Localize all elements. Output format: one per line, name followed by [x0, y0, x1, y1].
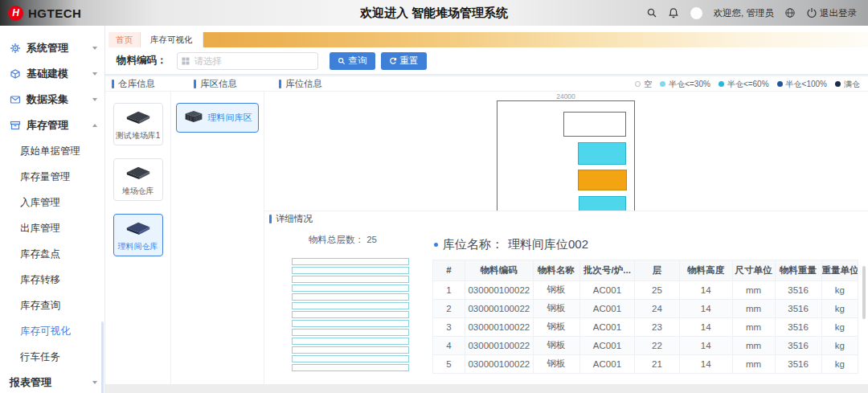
table-cell: 5: [433, 354, 465, 373]
table-col-header: 尺寸单位: [732, 260, 775, 280]
sidebar-item-系统管理[interactable]: 系统管理: [0, 35, 104, 61]
fill-level-legend: 空半仓<=30%半仓<=60%半仓<100%满仓: [635, 76, 860, 92]
table-cell: 3516: [775, 336, 821, 354]
table-cell: 24: [635, 299, 679, 317]
table-cell: 2: [433, 299, 465, 317]
sidebar-scrollbar[interactable]: [101, 321, 104, 393]
sidebar-item-数据采集[interactable]: 数据采集: [0, 87, 104, 113]
table-row[interactable]: 1030000100022钢板AC0012514mm3516kg: [433, 280, 858, 299]
legend-label: 半仓<=60%: [727, 79, 769, 90]
warehouse-name: 理料间仓库: [118, 241, 158, 252]
sidebar-item-入库管理[interactable]: 入库管理: [0, 190, 104, 215]
sidebar-item-出库管理[interactable]: 出库管理: [0, 215, 104, 241]
sidebar: 系统管理基础建模数据采集库存管理原始单据管理库存量管理入库管理出库管理库存盘点库…: [0, 26, 105, 393]
layer-row: [292, 338, 409, 345]
chevron-down-icon: [92, 47, 97, 50]
search-icon[interactable]: [646, 7, 657, 18]
layer-row: [292, 329, 409, 336]
sidebar-item-label: 库存管理: [27, 118, 68, 133]
table-scrollbar[interactable]: [862, 266, 866, 319]
slab-icon: [124, 108, 153, 128]
warehouse-card-堆场仓库[interactable]: 堆场仓库: [113, 158, 163, 201]
layer-row: [292, 311, 409, 318]
warehouse-card-测试堆场库1[interactable]: 测试堆场库1: [113, 103, 163, 145]
sidebar-item-label: 原始单据管理: [20, 145, 80, 158]
horizontal-scrollbar[interactable]: [105, 384, 868, 393]
sidebar-item-库存可视化[interactable]: 库存可视化: [0, 318, 104, 344]
logout-button[interactable]: 退出登录: [806, 7, 857, 19]
sidebar-item-label: 库存查询: [20, 299, 60, 313]
table-row[interactable]: 5030000100022钢板AC0012114mm3516kg: [433, 354, 858, 373]
table-cell: AC001: [579, 280, 635, 299]
sidebar-item-库存转移[interactable]: 库存转移: [0, 267, 104, 293]
total-layers: 物料总层数： 25: [264, 234, 421, 246]
table-cell: mm: [732, 280, 775, 299]
reset-button[interactable]: 重置: [381, 52, 427, 70]
storage-slot-cyan[interactable]: [579, 196, 626, 211]
table-cell: 1: [433, 280, 465, 299]
location-name-value: 理料间库位002: [508, 237, 588, 252]
area-list: 理料间库区: [171, 92, 264, 384]
chevron-up-icon: [92, 124, 97, 127]
table-cell: 030000100022: [465, 336, 533, 354]
table-cell: AC001: [579, 299, 635, 317]
table-cell: AC001: [579, 354, 635, 373]
table-row[interactable]: 2030000100022钢板AC0012414mm3516kg: [433, 299, 858, 317]
box-icon: [10, 120, 21, 131]
tab-首页[interactable]: 首页: [108, 32, 141, 47]
material-code-label: 物料编码：: [117, 54, 167, 68]
tab-bar: 首页库存可视化: [105, 32, 868, 47]
table-cell: 3516: [775, 299, 821, 317]
warehouse-card-理料间仓库[interactable]: 理料间仓库: [113, 214, 163, 256]
sidebar-item-库存查询[interactable]: 库存查询: [0, 293, 104, 318]
table-cell: 14: [679, 317, 732, 336]
sidebar-item-行车任务[interactable]: 行车任务: [0, 344, 104, 370]
sidebar-item-库存盘点[interactable]: 库存盘点: [0, 241, 104, 267]
sidebar-item-基础建模[interactable]: 基础建模: [0, 61, 104, 87]
material-code-input[interactable]: [177, 52, 318, 70]
grid-icon: [182, 57, 190, 65]
sidebar-item-报表管理[interactable]: 报表管理: [0, 370, 104, 393]
table-cell: 3516: [775, 354, 821, 373]
storage-slot-empty[interactable]: [563, 112, 626, 137]
table-row[interactable]: 4030000100022钢板AC0012214mm3516kg: [433, 336, 858, 354]
layer-row: [292, 355, 409, 362]
sidebar-item-label: 库存盘点: [20, 248, 60, 261]
sidebar-item-原始单据管理[interactable]: 原始单据管理: [0, 138, 104, 164]
refresh-icon: [389, 57, 397, 65]
user-avatar[interactable]: [690, 6, 703, 20]
table-col-header: 物料重量: [775, 260, 821, 280]
area-card-理料间库区[interactable]: 理料间库区: [176, 103, 259, 133]
table-cell: mm: [732, 299, 775, 317]
area-name: 理料间库区: [208, 112, 252, 124]
sidebar-item-库存管理[interactable]: 库存管理: [0, 113, 104, 138]
query-button[interactable]: 查询: [330, 52, 375, 70]
table-cell: 23: [635, 317, 679, 336]
table-cell: 钢板: [533, 280, 579, 299]
table-cell: 14: [679, 354, 732, 373]
layer-row: [292, 258, 409, 265]
table-body: 1030000100022钢板AC0012514mm3516kg20300001…: [433, 280, 858, 373]
sidebar-item-label: 库存转移: [20, 273, 60, 287]
material-table-wrap: #物料编码物料名称批次号/炉...层物料高度尺寸单位物料重量重量单位 10300…: [432, 260, 858, 374]
storage-slot-orange[interactable]: [578, 170, 627, 190]
location-name-label: 库位名称：: [443, 237, 503, 252]
slab-icon: [124, 219, 153, 239]
warehouse-name: 堆场仓库: [122, 186, 154, 197]
globe-icon[interactable]: [784, 7, 796, 18]
table-row[interactable]: 3030000100022钢板AC0012314mm3516kg: [433, 317, 858, 336]
legend-item: 空: [635, 79, 652, 90]
bell-icon[interactable]: [668, 7, 679, 18]
reset-label: 重置: [400, 55, 419, 67]
tab-库存可视化[interactable]: 库存可视化: [141, 32, 203, 47]
table-cell: 21: [635, 354, 679, 373]
table-cell: 钢板: [533, 336, 579, 354]
table-cell: kg: [821, 299, 858, 317]
table-col-header: 物料名称: [533, 260, 579, 280]
sidebar-item-库存量管理[interactable]: 库存量管理: [0, 164, 104, 190]
legend-item: 满仓: [835, 79, 860, 90]
table-col-header: 批次号/炉...: [579, 260, 635, 280]
storage-slot-cyan[interactable]: [578, 142, 626, 165]
chevron-down-icon: [92, 381, 97, 384]
table-col-header: 重量单位: [821, 260, 858, 280]
